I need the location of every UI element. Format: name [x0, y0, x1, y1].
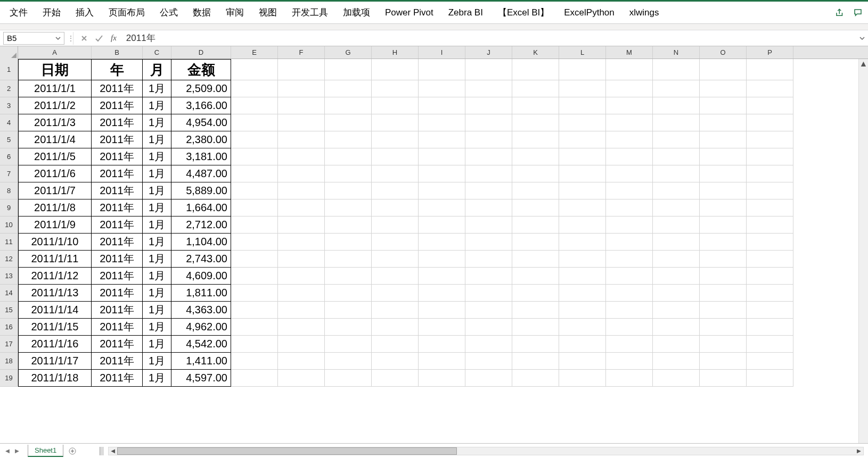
cell-year[interactable]: 2011年: [92, 131, 143, 148]
cell-year[interactable]: 2011年: [92, 370, 143, 387]
cell-empty[interactable]: [747, 165, 793, 182]
cell-empty[interactable]: [512, 80, 559, 97]
cell-empty[interactable]: [747, 80, 793, 97]
cell-empty[interactable]: [747, 319, 793, 336]
cell-empty[interactable]: [419, 268, 465, 285]
cell-empty[interactable]: [606, 216, 653, 234]
cell-empty[interactable]: [231, 97, 278, 114]
name-box[interactable]: [3, 32, 64, 45]
cell-year[interactable]: 2011年: [92, 319, 143, 336]
cell-amount[interactable]: 1,811.00: [171, 285, 231, 302]
cell-empty[interactable]: [278, 131, 325, 148]
tab-file[interactable]: 文件: [2, 2, 35, 23]
cell-empty[interactable]: [372, 268, 419, 285]
cell-empty[interactable]: [606, 148, 653, 165]
cell-year[interactable]: 2011年: [92, 353, 143, 370]
cell-amount[interactable]: 3,166.00: [171, 97, 231, 114]
cell-empty[interactable]: [606, 199, 653, 216]
cell-month[interactable]: 1月: [143, 370, 171, 387]
row-header-11[interactable]: 11: [0, 234, 18, 251]
name-box-input[interactable]: [4, 34, 53, 43]
cell-empty[interactable]: [606, 80, 653, 97]
cell-empty[interactable]: [372, 370, 419, 387]
cell-empty[interactable]: [419, 234, 465, 251]
cell-empty[interactable]: [419, 251, 465, 268]
cell-empty[interactable]: [465, 114, 512, 131]
cell-empty[interactable]: [465, 148, 512, 165]
cell-empty[interactable]: [325, 199, 372, 216]
cell-empty[interactable]: [372, 59, 419, 80]
cell-month[interactable]: 1月: [143, 80, 171, 97]
col-header-I[interactable]: I: [419, 46, 465, 59]
cell-month[interactable]: 1月: [143, 285, 171, 302]
cell-empty[interactable]: [747, 216, 793, 234]
cell-empty[interactable]: [465, 216, 512, 234]
cell-empty[interactable]: [512, 370, 559, 387]
row-header-12[interactable]: 12: [0, 251, 18, 268]
cell-empty[interactable]: [747, 251, 793, 268]
cell-empty[interactable]: [231, 319, 278, 336]
cell-empty[interactable]: [700, 59, 747, 80]
cell-empty[interactable]: [559, 59, 606, 80]
cell-empty[interactable]: [653, 302, 700, 319]
tab-insert[interactable]: 插入: [68, 2, 101, 23]
col-header-B[interactable]: B: [92, 46, 143, 59]
cell-year[interactable]: 2011年: [92, 165, 143, 182]
cell-date[interactable]: 2011/1/9: [18, 216, 92, 234]
sheet-nav-prev-icon[interactable]: ◄: [3, 446, 12, 456]
cell-empty[interactable]: [372, 302, 419, 319]
row-header-16[interactable]: 16: [0, 319, 18, 336]
cell-empty[interactable]: [278, 268, 325, 285]
cell-empty[interactable]: [325, 216, 372, 234]
cell-empty[interactable]: [325, 336, 372, 353]
cell-empty[interactable]: [465, 268, 512, 285]
select-all-corner[interactable]: [0, 46, 18, 59]
cell-empty[interactable]: [653, 59, 700, 80]
cell-empty[interactable]: [559, 285, 606, 302]
cell-empty[interactable]: [653, 97, 700, 114]
col-header-L[interactable]: L: [559, 46, 606, 59]
cell-empty[interactable]: [325, 268, 372, 285]
cell-empty[interactable]: [231, 80, 278, 97]
cell-empty[interactable]: [372, 165, 419, 182]
cell-empty[interactable]: [700, 114, 747, 131]
cell-empty[interactable]: [372, 336, 419, 353]
cell-empty[interactable]: [747, 131, 793, 148]
cell-empty[interactable]: [372, 199, 419, 216]
cell-empty[interactable]: [372, 80, 419, 97]
cell-empty[interactable]: [372, 216, 419, 234]
cell-empty[interactable]: [231, 268, 278, 285]
cell-empty[interactable]: [372, 131, 419, 148]
cell-empty[interactable]: [512, 216, 559, 234]
cell-empty[interactable]: [512, 319, 559, 336]
formula-bar-resize-icon[interactable]: ⋮: [68, 35, 73, 42]
cell-date[interactable]: 2011/1/17: [18, 353, 92, 370]
cell-month[interactable]: 1月: [143, 216, 171, 234]
cell-empty[interactable]: [559, 319, 606, 336]
cell-empty[interactable]: [278, 285, 325, 302]
cell-empty[interactable]: [747, 285, 793, 302]
cell-empty[interactable]: [512, 353, 559, 370]
cell-empty[interactable]: [700, 148, 747, 165]
name-box-dropdown-icon[interactable]: [53, 34, 63, 43]
cell-empty[interactable]: [231, 336, 278, 353]
cell-empty[interactable]: [700, 302, 747, 319]
cell-empty[interactable]: [559, 336, 606, 353]
row-header-9[interactable]: 9: [0, 199, 18, 216]
cell-empty[interactable]: [747, 114, 793, 131]
scroll-up-icon[interactable]: ▲: [859, 59, 868, 69]
tab-home[interactable]: 开始: [35, 2, 68, 23]
cell-empty[interactable]: [700, 336, 747, 353]
cell-empty[interactable]: [278, 319, 325, 336]
cell-empty[interactable]: [325, 370, 372, 387]
col-header-D[interactable]: D: [171, 46, 231, 59]
cell-empty[interactable]: [700, 353, 747, 370]
cell-amount[interactable]: 4,597.00: [171, 370, 231, 387]
cell-empty[interactable]: [465, 251, 512, 268]
horizontal-scroll-thumb[interactable]: [117, 447, 457, 455]
col-header-J[interactable]: J: [465, 46, 512, 59]
cell-empty[interactable]: [325, 114, 372, 131]
cell-empty[interactable]: [512, 302, 559, 319]
row-header-4[interactable]: 4: [0, 114, 18, 131]
tab-excelpython[interactable]: ExcelPython: [556, 2, 622, 23]
